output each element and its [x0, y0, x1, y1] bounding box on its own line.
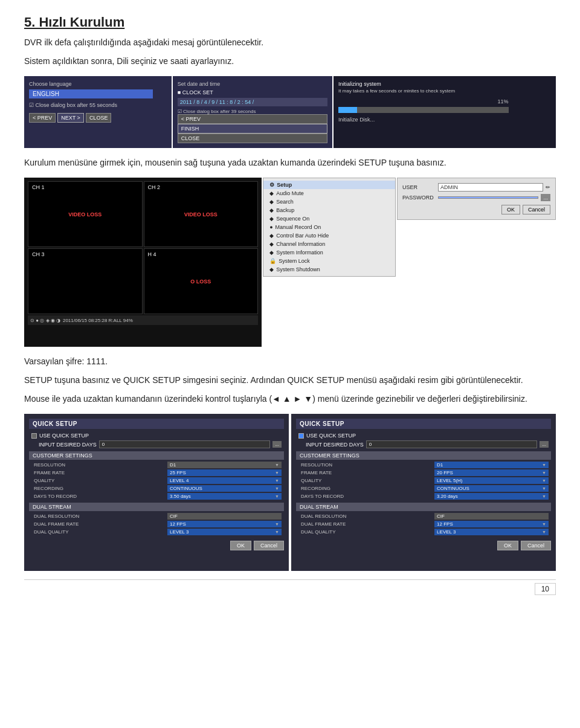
menu-item-search[interactable]: ◆ Search [263, 198, 395, 206]
qs-right-dualfps-field[interactable]: 12 FPS ▼ [434, 521, 549, 527]
menu-item-shutdown[interactable]: ◆ System Shutdown [263, 265, 395, 274]
dualquality-arrow-icon: ▼ [275, 530, 279, 534]
qs-right-dualquality-field[interactable]: LEVEL 3 ▼ [434, 529, 549, 535]
paragraph-4: Varsayılan şifre: 1111. [24, 355, 556, 368]
qs-left-checkbox[interactable] [31, 433, 37, 439]
qs-left-dualres-label: DUAL RESOLUTION [31, 514, 165, 519]
dvr-channel-1: CH 1 VIDEO LOSS [28, 181, 143, 247]
qs-right-ok-button[interactable]: OK [497, 541, 518, 550]
qs-left-resolution-label: RESOLUTION [31, 462, 165, 468]
login-cancel-button[interactable]: Cancel [523, 205, 550, 214]
menu-item-backup[interactable]: ◆ Backup [263, 206, 395, 214]
progress-percent: 11% [338, 98, 509, 105]
qs-left-days-field[interactable]: 0 [99, 440, 271, 448]
qs-right-framerate-field[interactable]: 20 FPS ▼ [434, 469, 549, 476]
qs-left-framerate-row: FRAME RATE 25 FPS ▼ [29, 469, 284, 477]
progress-bar-inner [338, 107, 357, 113]
page-title: 5. Hızlı Kurulum [24, 14, 556, 30]
dvr-statusbar: ⊙ ● ◎ ◈ ◉ ◑ 2011/06/15 08:25:28 R:ALL 94… [28, 315, 258, 325]
qs-left-framerate-label: FRAME RATE [31, 470, 165, 475]
qs-right-dualres-field[interactable]: CIF [434, 513, 549, 520]
qs-left-quality-row: QUALITY LEVEL 4 ▼ [29, 477, 284, 485]
menu-item-channel-info[interactable]: ◆ Channel Information [263, 240, 395, 248]
qs-left-daystorecord-field[interactable]: 3.50 days ▼ [167, 493, 282, 500]
qs-left-recording-row: RECORDING CONTINUOUS ▼ [29, 485, 284, 492]
quick-setup-row: QUICK SETUP USE QUICK SETUP INPUT DESIRE… [24, 414, 556, 571]
menu-item-manual-record[interactable]: ● Manual Record On [263, 223, 395, 231]
login-panel: USER ADMIN ✏ PASSWORD ... OK Cancel [397, 178, 556, 220]
lang-close-button[interactable]: CLOSE [86, 113, 112, 123]
password-dots-button[interactable]: ... [541, 194, 550, 201]
qs-right-days-field[interactable]: 0 [366, 440, 538, 448]
sequence-icon: ◆ [269, 216, 274, 222]
password-field[interactable] [438, 196, 539, 199]
qs-right-dualres-label: DUAL RESOLUTION [298, 514, 432, 519]
qs-left-cancel-button[interactable]: Cancel [254, 541, 284, 550]
user-edit-icon: ✏ [546, 184, 550, 190]
qs-right-dualfps-label: DUAL FRAME RATE [298, 521, 432, 527]
qs-right-customer-section: CUSTOMER SETTINGS [296, 451, 551, 460]
date-prev-button[interactable]: < PREV [178, 114, 327, 124]
qs-right-checkbox[interactable] [298, 433, 304, 439]
date-finish-button[interactable]: FINISH [178, 124, 327, 134]
qs-left-recording-field[interactable]: CONTINUOUS ▼ [167, 485, 282, 492]
paragraph-3: Kurulum menüsüne girmek için, mousenin s… [24, 156, 556, 169]
qs-left-dualquality-field[interactable]: LEVEL 3 ▼ [167, 529, 282, 535]
qs-left-dualfps-label: DUAL FRAME RATE [31, 521, 165, 527]
qs-left-dualfps-field[interactable]: 12 FPS ▼ [167, 521, 282, 527]
qs-left-quality-field[interactable]: LEVEL 4 ▼ [167, 477, 282, 484]
date-checkbox-text: ☑ Close dialog box after 39 seconds [178, 109, 327, 114]
date-close-button[interactable]: CLOSE [178, 134, 327, 143]
qs-left-recording-label: RECORDING [31, 486, 165, 491]
qs-right-dualfps-row: DUAL FRAME RATE 12 FPS ▼ [296, 520, 551, 528]
ch1-video-loss: VIDEO LOSS [68, 211, 102, 217]
clock-set-label: ■ CLOCK SET [178, 89, 327, 95]
qs-left-input-row: INPUT DESIRED DAYS 0 ... [29, 440, 284, 449]
dvr-channel-3: CH 3 [28, 248, 143, 314]
password-label: PASSWORD [402, 195, 436, 201]
menu-item-control-bar[interactable]: ◆ Control Bar Auto Hide [263, 231, 395, 240]
qs-right-quality-field[interactable]: LEVEL 5(H) ▼ [434, 477, 549, 484]
qs-left-dualres-field[interactable]: CIF [167, 513, 282, 520]
qs-left-resolution-field[interactable]: D1 ▼ [167, 462, 282, 468]
date-fields: 2011 / 8 / 4 / 9 / 11 : 8 / 2 : 54 / [178, 98, 327, 106]
lang-next-button[interactable]: NEXT > [57, 113, 84, 123]
dvr-channel-4: H 4 O LOSS [144, 248, 259, 314]
qs-right-resolution-field[interactable]: D1 ▼ [434, 462, 549, 468]
user-label: USER [402, 184, 436, 190]
login-ok-button[interactable]: OK [501, 205, 520, 214]
qs-right-use-row[interactable]: USE QUICK SETUP [296, 431, 551, 440]
menu-item-setup[interactable]: ⚙ Setup [263, 181, 395, 189]
language-panel: Choose language ENGLISH ☑ Close dialog b… [24, 76, 172, 148]
qs-left-days-btn[interactable]: ... [272, 441, 282, 448]
english-selection: ENGLISH [29, 89, 153, 98]
shutdown-icon: ◆ [269, 266, 274, 272]
qs-right-recording-field[interactable]: CONTINUOUS ▼ [434, 485, 549, 492]
qs-right-dualquality-label: DUAL QUALITY [298, 529, 432, 535]
qs-left-ok-button[interactable]: OK [230, 541, 251, 550]
quality-arrow-icon: ▼ [275, 478, 279, 483]
qs-right-quality-row: QUALITY LEVEL 5(H) ▼ [296, 477, 551, 485]
qs-left-days-label: INPUT DESIRED DAYS [39, 442, 97, 448]
qs-left-quality-label: QUALITY [31, 478, 165, 483]
lang-prev-button[interactable]: < PREV [29, 113, 56, 123]
init-panel: Initializing system It may takes a few s… [334, 76, 556, 148]
qs-right-framerate-row: FRAME RATE 20 FPS ▼ [296, 469, 551, 477]
user-field[interactable]: ADMIN [438, 183, 543, 192]
qs-right-daystorecord-field[interactable]: 3.20 days ▼ [434, 493, 549, 500]
screenshots-row-1: Choose language ENGLISH ☑ Close dialog b… [24, 76, 556, 148]
qs-right-quality-label: QUALITY [298, 478, 432, 483]
qs-left-use-row[interactable]: USE QUICK SETUP [29, 431, 284, 440]
date-panel: Set date and time ■ CLOCK SET 2011 / 8 /… [173, 76, 332, 148]
record-icon: ● [269, 224, 272, 230]
menu-item-sequence[interactable]: ◆ Sequence On [263, 214, 395, 223]
qs-right-daystorecord-label: DAYS TO RECORD [298, 494, 432, 499]
menu-item-audio-mute[interactable]: ◆ Audio Mute [263, 189, 395, 198]
qs-right-cancel-button[interactable]: Cancel [521, 541, 551, 550]
menu-item-system-info[interactable]: ◆ System Information [263, 248, 395, 257]
dvr-icons: ⊙ ● ◎ ◈ ◉ ◑ [30, 318, 60, 323]
qs-left-framerate-field[interactable]: 25 FPS ▼ [167, 469, 282, 476]
menu-item-system-lock[interactable]: 🔒 System Lock [263, 257, 395, 265]
qs-right-days-btn[interactable]: ... [540, 441, 549, 448]
init-title: Initializing system [338, 81, 551, 87]
